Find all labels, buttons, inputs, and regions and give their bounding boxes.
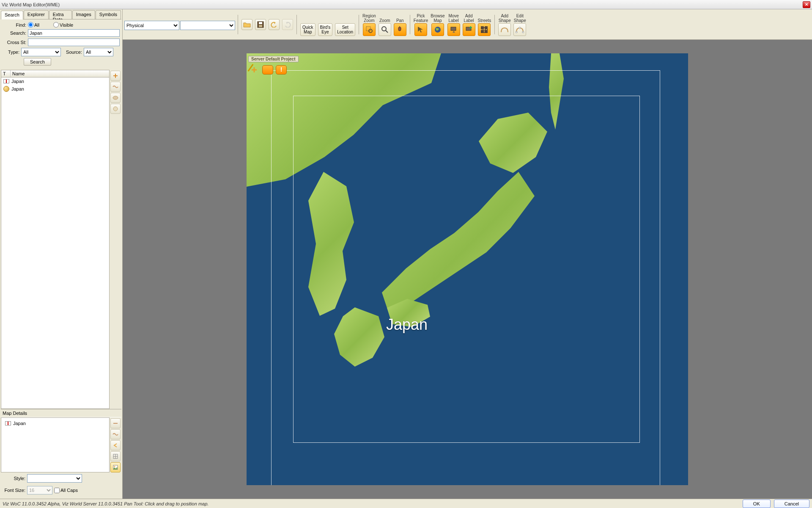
set-location-button[interactable]: Set Location — [334, 14, 356, 36]
move-label-button[interactable]: Move Label — [447, 14, 461, 36]
save-button[interactable] — [254, 19, 267, 30]
tab-extra-data[interactable]: Extra Data — [49, 10, 72, 19]
globe-icon — [3, 86, 10, 92]
edit-shape-icon — [513, 23, 526, 36]
results-header: T Name — [1, 70, 110, 77]
zoom-button[interactable]: Zoom — [378, 14, 392, 36]
result-tools — [110, 70, 121, 409]
cross-st-label: Cross St: — [3, 40, 26, 45]
view-frame-inner — [293, 96, 640, 443]
separator — [494, 15, 495, 34]
add-comment-icon[interactable] — [248, 64, 260, 75]
sidebar: Search Explorer Extra Data Images Symbol… — [0, 9, 123, 499]
content-area: Physical Quick Map Bird's Eye Set Locati… — [123, 9, 812, 499]
result-row[interactable]: Japan — [1, 85, 109, 93]
style-controls: Style: Font Size: 16 All Caps — [1, 472, 121, 498]
results-list[interactable]: Japan Japan — [1, 77, 110, 409]
svg-point-0 — [113, 96, 118, 99]
find-label: Find: — [3, 22, 26, 28]
svg-point-1 — [113, 107, 118, 111]
separator — [238, 15, 238, 34]
map-style-select[interactable]: Physical — [124, 21, 179, 30]
tab-search[interactable]: Search — [1, 11, 23, 19]
folder-open-icon — [241, 19, 252, 30]
pan-icon — [394, 23, 406, 36]
birds-eye-button[interactable]: Bird's Eye — [317, 14, 334, 36]
find-visible-radio[interactable]: Visible — [53, 22, 77, 28]
streets-icon — [478, 23, 491, 36]
save-icon — [255, 19, 266, 30]
svg-point-17 — [522, 31, 524, 33]
map-details-list[interactable]: Japan — [1, 417, 110, 472]
tool-image-icon[interactable] — [110, 462, 121, 472]
search-input[interactable] — [28, 29, 120, 37]
comment-bubble-icon[interactable] — [262, 64, 274, 75]
region-zoom-button[interactable]: Region Zoom — [362, 14, 377, 36]
map-details-item[interactable]: Japan — [3, 420, 107, 427]
streets-button[interactable]: Streets — [477, 14, 492, 36]
svg-rect-13 — [451, 27, 456, 30]
edit-shape-button[interactable]: Edit Shape — [513, 14, 527, 36]
font-size-label: Font Size: — [3, 488, 25, 493]
tool-add-icon[interactable] — [110, 71, 121, 81]
all-caps-checkbox[interactable]: All Caps — [54, 488, 78, 493]
svg-point-16 — [516, 31, 517, 33]
result-row[interactable]: Japan — [1, 77, 109, 85]
zoom-icon — [379, 23, 391, 36]
tab-symbols[interactable]: Symbols — [96, 10, 121, 19]
cross-st-input[interactable] — [28, 39, 120, 46]
font-size-select[interactable]: 16 — [27, 486, 52, 494]
redo-button[interactable] — [281, 19, 294, 30]
pick-feature-button[interactable]: Pick Feature — [413, 14, 429, 36]
find-all-radio[interactable]: All — [28, 22, 52, 28]
map-country-label[interactable]: Japan — [386, 316, 428, 334]
tool-left-icon[interactable] — [110, 440, 121, 450]
style-label: Style: — [3, 476, 25, 481]
tool-shape-icon[interactable] — [110, 93, 121, 103]
type-select[interactable]: All — [21, 48, 61, 56]
col-name[interactable]: Name — [11, 70, 109, 77]
svg-rect-6 — [259, 22, 262, 24]
browse-map-button[interactable]: Browse Map — [430, 14, 445, 36]
source-select[interactable]: All — [84, 48, 113, 56]
tool-grid-icon[interactable] — [110, 451, 121, 461]
svg-point-18 — [519, 27, 521, 29]
secondary-select[interactable] — [180, 21, 235, 30]
browse-map-icon — [431, 23, 444, 36]
pick-feature-icon — [414, 23, 427, 36]
title-bar: Viz World Map Editor(WME) ✕ — [0, 0, 812, 9]
close-button[interactable]: ✕ — [803, 1, 810, 8]
col-type[interactable]: T — [1, 70, 11, 77]
tool-region2-icon[interactable] — [110, 429, 121, 439]
separator — [410, 15, 410, 34]
undo-button[interactable] — [268, 19, 280, 30]
quick-map-button[interactable]: Quick Map — [299, 14, 316, 36]
style-select[interactable] — [27, 474, 82, 483]
add-shape-button[interactable]: Add Shape — [497, 14, 512, 36]
svg-rect-7 — [259, 25, 262, 27]
search-button[interactable]: Search — [24, 58, 51, 66]
type-label: Type: — [3, 50, 19, 55]
map-viewport[interactable]: Japan Server Default Project — [123, 40, 812, 499]
separator — [296, 15, 297, 34]
window-title: Viz World Map Editor(WME) — [2, 2, 803, 7]
add-label-button[interactable]: Add Label — [462, 14, 476, 36]
tab-images[interactable]: Images — [72, 10, 95, 19]
status-text: Viz WoC 11.0.0.3452 Alpha, Viz World Ser… — [3, 501, 739, 506]
map-details-header: Map Details — [1, 409, 121, 417]
project-icons — [248, 64, 287, 75]
map-canvas[interactable]: Japan Server Default Project — [247, 53, 688, 485]
tool-region-icon[interactable] — [110, 82, 121, 92]
tool-up-icon[interactable] — [110, 418, 121, 428]
pan-button[interactable]: Pan — [393, 14, 407, 36]
cancel-button[interactable]: Cancel — [774, 500, 809, 508]
svg-point-10 — [382, 27, 386, 31]
tool-disc-icon[interactable] — [110, 104, 121, 114]
status-bar: Viz WoC 11.0.0.3452 Alpha, Viz World Ser… — [0, 499, 812, 508]
open-button[interactable] — [241, 19, 253, 30]
separator — [359, 15, 359, 34]
alert-bubble-icon[interactable] — [275, 64, 287, 75]
ok-button[interactable]: OK — [743, 500, 771, 508]
search-field-label: Search: — [3, 30, 26, 36]
tab-explorer[interactable]: Explorer — [24, 10, 49, 19]
